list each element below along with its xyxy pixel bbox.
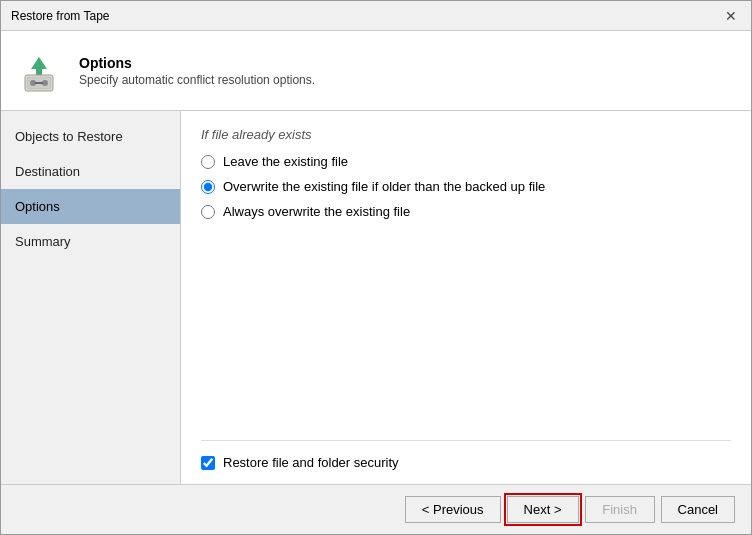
sidebar-item-options[interactable]: Options [1,189,180,224]
radio-overwrite-older[interactable]: Overwrite the existing file if older tha… [201,179,731,194]
finish-button[interactable]: Finish [585,496,655,523]
radio-always-overwrite-input[interactable] [201,205,215,219]
next-button[interactable]: Next > [507,496,579,523]
radio-group: Leave the existing file Overwrite the ex… [201,154,731,219]
previous-button[interactable]: < Previous [405,496,501,523]
dialog: Restore from Tape ✕ Options Specify auto… [0,0,752,535]
header-icon [17,47,65,95]
close-button[interactable]: ✕ [721,6,741,26]
header: Options Specify automatic conflict resol… [1,31,751,111]
sidebar: Objects to Restore Destination Options S… [1,111,181,484]
header-text: Options Specify automatic conflict resol… [79,55,315,87]
title-bar: Restore from Tape ✕ [1,1,751,31]
radio-always-overwrite[interactable]: Always overwrite the existing file [201,204,731,219]
radio-overwrite-older-input[interactable] [201,180,215,194]
section-title: If file already exists [201,127,731,142]
sidebar-item-objects-to-restore[interactable]: Objects to Restore [1,119,180,154]
checkbox-restore-security-input[interactable] [201,456,215,470]
header-title: Options [79,55,315,71]
radio-leave-input[interactable] [201,155,215,169]
content-area: Objects to Restore Destination Options S… [1,111,751,484]
sidebar-item-destination[interactable]: Destination [1,154,180,189]
radio-always-overwrite-label: Always overwrite the existing file [223,204,410,219]
radio-leave-label: Leave the existing file [223,154,348,169]
checkbox-restore-security[interactable]: Restore file and folder security [201,455,731,470]
footer: < Previous Next > Finish Cancel [1,484,751,534]
dialog-title: Restore from Tape [11,9,110,23]
svg-rect-5 [35,82,43,84]
checkbox-restore-security-label: Restore file and folder security [223,455,399,470]
header-subtitle: Specify automatic conflict resolution op… [79,73,315,87]
main-content: If file already exists Leave the existin… [181,111,751,484]
sidebar-item-summary[interactable]: Summary [1,224,180,259]
radio-leave[interactable]: Leave the existing file [201,154,731,169]
cancel-button[interactable]: Cancel [661,496,735,523]
radio-overwrite-older-label: Overwrite the existing file if older tha… [223,179,545,194]
